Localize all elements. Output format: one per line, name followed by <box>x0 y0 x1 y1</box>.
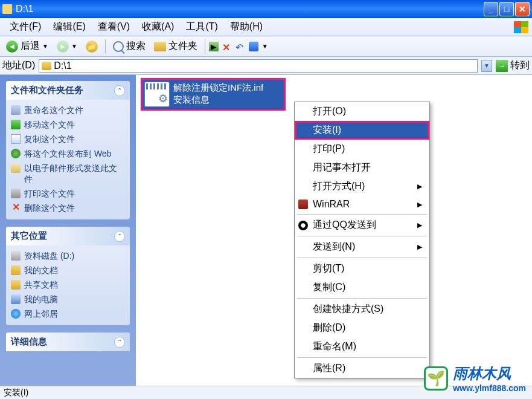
tasks-body: 重命名这个文件 移动这个文件 复制这个文件 将这个文件发布到 Web 以电子邮件… <box>6 100 130 219</box>
file-info: 解除注册锁定INF法.inf 安装信息 <box>173 82 263 107</box>
forward-button[interactable]: ► ▼ <box>53 39 81 54</box>
up-button[interactable]: 📁 <box>82 39 101 54</box>
cm-shortcut[interactable]: 创建快捷方式(S) <box>295 300 429 319</box>
places-panel: 其它位置 ⌃ 资料磁盘 (D:) 我的文档 共享文档 我的电脑 网上邻居 <box>6 227 130 325</box>
task-publish-web[interactable]: 将这个文件发布到 Web <box>11 147 125 161</box>
search-button[interactable]: 搜索 <box>109 39 149 54</box>
separator <box>297 214 427 215</box>
file-item-selected[interactable]: 解除注册锁定INF法.inf 安装信息 <box>141 78 286 111</box>
sidebar: 文件和文件夹任务 ⌃ 重命名这个文件 移动这个文件 复制这个文件 将这个文件发布… <box>0 75 136 386</box>
go-button[interactable]: → 转到 <box>496 59 530 72</box>
disk-icon <box>11 251 21 261</box>
menu-tools[interactable]: 工具(T) <box>180 18 223 36</box>
moveto-icon[interactable]: ► <box>209 42 219 51</box>
menu-file[interactable]: 文件(F) <box>4 18 47 36</box>
watermark-text-block: 雨林木风 www.ylmf888.com <box>453 364 526 393</box>
menu-favorites[interactable]: 收藏(A) <box>136 18 180 36</box>
go-icon: → <box>496 60 508 72</box>
separator <box>297 298 427 299</box>
task-copy[interactable]: 复制这个文件 <box>11 132 125 147</box>
back-icon: ◄ <box>6 41 18 53</box>
address-input[interactable]: D:\1 <box>39 59 478 73</box>
delete-icon[interactable]: ✕ <box>222 42 232 51</box>
cm-print[interactable]: 打印(P) <box>295 140 429 158</box>
menu-help[interactable]: 帮助(H) <box>224 18 269 36</box>
folders-button[interactable]: 文件夹 <box>150 39 201 54</box>
search-label: 搜索 <box>126 40 146 53</box>
views-icon[interactable] <box>249 42 258 51</box>
place-shared[interactable]: 共享文档 <box>11 278 125 293</box>
file-name: 解除注册锁定INF法.inf <box>173 82 263 94</box>
toolbar-extra: ► ✕ ↶ ▼ <box>209 42 268 51</box>
cm-copy[interactable]: 复制(C) <box>295 278 429 297</box>
titlebar: D:\1 _ □ ✕ <box>0 0 532 18</box>
menu-view[interactable]: 查看(V) <box>92 18 136 36</box>
separator <box>297 357 427 358</box>
network-icon <box>11 309 21 319</box>
place-computer[interactable]: 我的电脑 <box>11 293 125 307</box>
cm-rename[interactable]: 重命名(M) <box>295 337 429 356</box>
place-network[interactable]: 网上邻居 <box>11 307 125 322</box>
context-menu: 打开(O) 安装(I) 打印(P) 用记事本打开 打开方式(H)▶ WinRAR… <box>294 102 430 378</box>
chevron-up-icon: ⌃ <box>114 85 125 96</box>
cm-cut[interactable]: 剪切(T) <box>295 259 429 278</box>
content-area: 文件和文件夹任务 ⌃ 重命名这个文件 移动这个文件 复制这个文件 将这个文件发布… <box>0 75 532 386</box>
maximize-button[interactable]: □ <box>499 2 514 16</box>
task-move[interactable]: 移动这个文件 <box>11 118 125 132</box>
undo-icon[interactable]: ↶ <box>236 42 245 51</box>
leaf-icon: 🌱 <box>427 370 445 387</box>
toolbar: ◄ 后退 ▼ ► ▼ 📁 搜索 文件夹 ► ✕ ↶ ▼ <box>0 36 532 57</box>
tasks-title: 文件和文件夹任务 <box>11 85 83 96</box>
move-icon <box>11 120 21 129</box>
separator <box>297 236 427 236</box>
watermark: 🌱 雨林木风 www.ylmf888.com <box>424 364 526 393</box>
task-rename[interactable]: 重命名这个文件 <box>11 103 125 118</box>
watermark-url: www.ylmf888.com <box>453 383 526 393</box>
back-button[interactable]: ◄ 后退 ▼ <box>2 39 52 54</box>
places-body: 资料磁盘 (D:) 我的文档 共享文档 我的电脑 网上邻居 <box>6 245 130 325</box>
chevron-right-icon: ▶ <box>417 183 422 190</box>
separator <box>297 258 427 258</box>
email-icon <box>11 163 21 173</box>
separator <box>205 39 205 54</box>
minimize-button[interactable]: _ <box>484 2 498 16</box>
cm-sendto[interactable]: 发送到(N)▶ <box>295 238 429 256</box>
cm-qqsend[interactable]: 通过QQ发送到▶ <box>295 216 429 235</box>
place-disk[interactable]: 资料磁盘 (D:) <box>11 249 125 264</box>
back-label: 后退 <box>21 40 40 53</box>
close-button[interactable]: ✕ <box>515 2 530 16</box>
chevron-right-icon: ▶ <box>417 221 422 229</box>
watermark-brand: 雨林木风 <box>453 364 526 383</box>
task-delete[interactable]: ✕删除这个文件 <box>11 201 125 216</box>
cm-winrar[interactable]: WinRAR▶ <box>295 196 429 213</box>
cm-open[interactable]: 打开(O) <box>295 102 429 121</box>
chevron-up-icon: ⌃ <box>114 337 125 348</box>
rename-icon <box>11 105 21 115</box>
cm-properties[interactable]: 属性(R) <box>295 359 429 378</box>
cm-notepad[interactable]: 用记事本打开 <box>295 158 429 177</box>
details-panel: 详细信息 ⌃ <box>6 332 130 351</box>
cm-install[interactable]: 安装(I) <box>295 121 429 140</box>
details-title: 详细信息 <box>11 336 47 348</box>
shared-icon <box>11 280 21 290</box>
computer-icon <box>11 294 21 304</box>
details-header[interactable]: 详细信息 ⌃ <box>6 332 130 351</box>
places-header[interactable]: 其它位置 ⌃ <box>6 227 130 245</box>
task-email[interactable]: 以电子邮件形式发送此文件 <box>11 161 125 187</box>
inf-file-icon <box>144 82 170 107</box>
menu-edit[interactable]: 编辑(E) <box>47 18 91 36</box>
folder-icon <box>42 62 51 70</box>
winrar-icon <box>298 199 308 209</box>
chevron-right-icon: ▶ <box>417 201 422 209</box>
separator <box>105 39 106 54</box>
place-documents[interactable]: 我的文档 <box>11 264 125 278</box>
address-dropdown[interactable]: ▼ <box>481 60 492 72</box>
cm-delete[interactable]: 删除(D) <box>295 319 429 337</box>
window-controls: _ □ ✕ <box>484 2 530 16</box>
cm-openwith[interactable]: 打开方式(H)▶ <box>295 177 429 196</box>
tasks-header[interactable]: 文件和文件夹任务 ⌃ <box>6 81 130 100</box>
address-label: 地址(D) <box>2 59 35 72</box>
windows-flag-icon <box>514 21 528 33</box>
delete-icon: ✕ <box>11 203 21 213</box>
task-print[interactable]: 打印这个文件 <box>11 187 125 201</box>
